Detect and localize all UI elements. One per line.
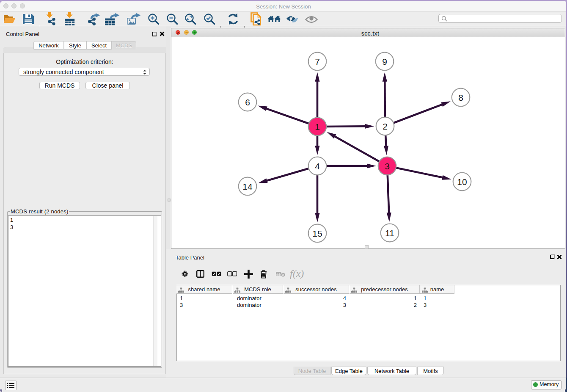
svg-text:4: 4 <box>315 161 320 171</box>
svg-text:6: 6 <box>245 97 250 107</box>
svg-text:2: 2 <box>383 121 388 131</box>
svg-text:11: 11 <box>385 228 394 238</box>
svg-text:7: 7 <box>315 57 320 66</box>
svg-text:8: 8 <box>458 93 463 102</box>
svg-text:9: 9 <box>382 57 387 66</box>
svg-text:3: 3 <box>385 161 390 171</box>
svg-text:1: 1 <box>315 122 320 132</box>
svg-text:10: 10 <box>457 177 467 187</box>
svg-text:14: 14 <box>242 182 253 191</box>
svg-text:15: 15 <box>312 229 322 238</box>
